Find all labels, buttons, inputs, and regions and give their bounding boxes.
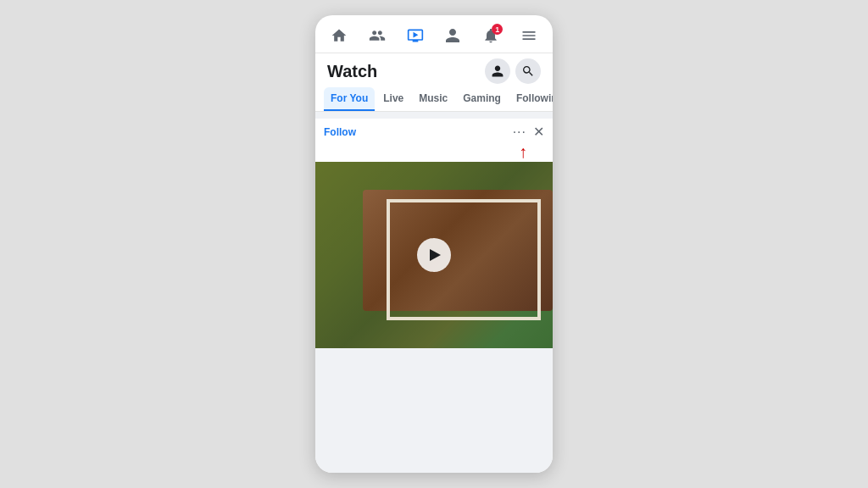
- tab-music[interactable]: Music: [412, 87, 454, 111]
- nav-watch-icon[interactable]: [403, 24, 427, 47]
- nav-notifications-icon[interactable]: 1: [479, 24, 503, 47]
- play-button[interactable]: [417, 238, 451, 272]
- tab-live[interactable]: Live: [376, 87, 410, 111]
- nav-menu-icon[interactable]: [517, 24, 541, 47]
- header-actions: [485, 58, 541, 84]
- arrow-indicator-container: ↑: [315, 143, 553, 162]
- nav-profile-icon[interactable]: [441, 24, 465, 47]
- more-options-button[interactable]: ···: [513, 125, 526, 140]
- watch-tabs: For You Live Music Gaming Following: [315, 87, 553, 112]
- bottom-spacer: [315, 355, 553, 362]
- search-button[interactable]: [515, 58, 541, 84]
- content-area: Follow ··· ✕ ↑: [315, 112, 553, 473]
- close-button[interactable]: ✕: [533, 124, 544, 140]
- follow-button[interactable]: Follow: [324, 126, 356, 138]
- watch-header: Watch: [315, 53, 553, 87]
- arrow-up-icon: ↑: [519, 143, 527, 160]
- video-frame-element: [387, 199, 541, 320]
- tab-following[interactable]: Following: [509, 87, 553, 111]
- phone-frame: 1 Watch Fo: [315, 15, 553, 473]
- tab-gaming[interactable]: Gaming: [456, 87, 508, 111]
- nav-home-icon[interactable]: [327, 24, 351, 47]
- card-actions: Follow ··· ✕: [315, 119, 553, 143]
- top-nav: 1: [315, 15, 553, 53]
- watch-title: Watch: [327, 62, 377, 81]
- profile-button[interactable]: [485, 58, 510, 84]
- video-thumbnail[interactable]: [315, 162, 553, 348]
- nav-friends-icon[interactable]: [365, 24, 389, 47]
- tab-for-you[interactable]: For You: [324, 87, 375, 111]
- notification-badge: 1: [492, 24, 503, 35]
- video-card: Follow ··· ✕ ↑: [315, 119, 553, 348]
